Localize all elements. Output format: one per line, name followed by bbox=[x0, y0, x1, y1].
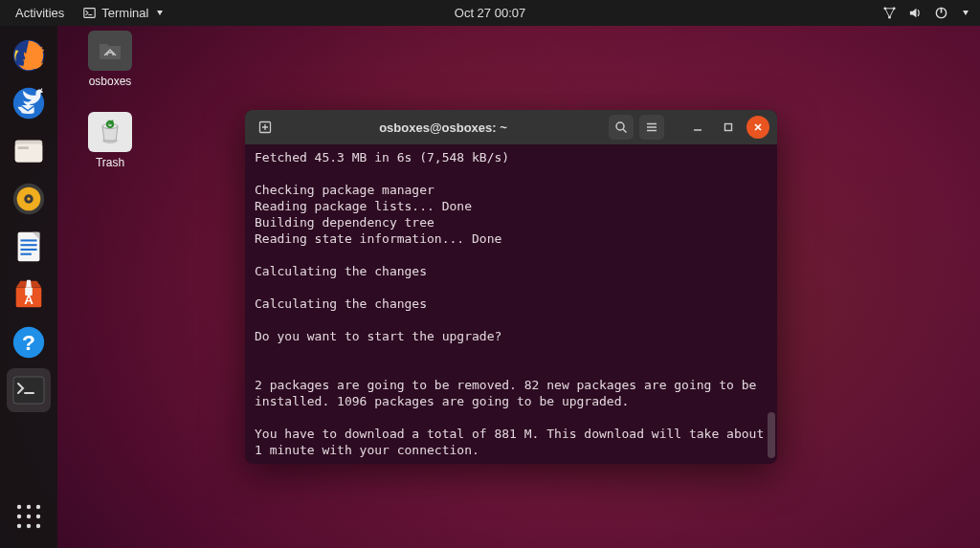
svg-text:?: ? bbox=[22, 330, 35, 355]
show-applications-button[interactable] bbox=[7, 494, 51, 538]
svg-rect-0 bbox=[84, 9, 95, 18]
desktop-icon-trash[interactable]: Trash bbox=[72, 112, 148, 169]
close-icon bbox=[752, 121, 764, 133]
svg-rect-33 bbox=[20, 249, 36, 251]
svg-point-49 bbox=[36, 524, 40, 528]
desktop-icon-home[interactable]: osboxes bbox=[72, 31, 148, 88]
terminal-icon bbox=[83, 7, 96, 19]
hamburger-menu-button[interactable] bbox=[639, 115, 664, 140]
svg-rect-40 bbox=[13, 377, 44, 404]
top-bar: Activities Terminal Oct 27 00:07 bbox=[0, 0, 980, 26]
apps-grid-icon bbox=[14, 502, 43, 531]
activities-button[interactable]: Activities bbox=[10, 3, 70, 23]
dock-writer[interactable] bbox=[7, 225, 51, 269]
desktop-icon-label: Trash bbox=[96, 156, 124, 169]
search-button[interactable] bbox=[609, 115, 634, 140]
svg-rect-30 bbox=[18, 232, 40, 261]
hamburger-icon bbox=[645, 121, 658, 134]
maximize-button[interactable] bbox=[716, 115, 741, 140]
svg-text:A: A bbox=[24, 293, 33, 307]
terminal-titlebar[interactable]: osboxes@osboxes: ~ bbox=[245, 110, 777, 144]
dock: A ? bbox=[0, 26, 57, 548]
svg-rect-31 bbox=[20, 239, 36, 241]
svg-rect-22 bbox=[21, 105, 33, 114]
svg-point-41 bbox=[17, 505, 21, 509]
dock-firefox[interactable] bbox=[7, 33, 51, 77]
svg-point-46 bbox=[36, 515, 40, 518]
svg-point-44 bbox=[17, 515, 21, 518]
terminal-body[interactable]: Fetched 45.3 MB in 6s (7,548 kB/s) Check… bbox=[245, 144, 777, 464]
svg-point-11 bbox=[616, 122, 624, 130]
dock-terminal[interactable] bbox=[7, 368, 51, 412]
volume-icon[interactable] bbox=[908, 6, 923, 20]
network-icon[interactable] bbox=[882, 6, 897, 20]
svg-point-45 bbox=[27, 515, 31, 518]
datetime-menu[interactable]: Oct 27 00:07 bbox=[449, 3, 531, 23]
trash-icon bbox=[96, 119, 124, 145]
close-button[interactable] bbox=[746, 116, 769, 139]
dock-thunderbird[interactable] bbox=[7, 81, 51, 125]
power-icon[interactable] bbox=[934, 6, 948, 20]
dock-rhythmbox[interactable] bbox=[7, 177, 51, 221]
dock-software[interactable]: A bbox=[7, 273, 51, 317]
current-app-label: Terminal bbox=[101, 6, 148, 20]
svg-line-12 bbox=[623, 129, 627, 133]
terminal-window: osboxes@osboxes: ~ Fetched 45.3 MB in 6s… bbox=[245, 110, 777, 464]
svg-point-48 bbox=[27, 524, 31, 528]
search-icon bbox=[614, 121, 628, 134]
dock-help[interactable]: ? bbox=[7, 320, 51, 364]
desktop-icon-label: osboxes bbox=[89, 75, 132, 88]
chevron-down-icon bbox=[157, 11, 163, 15]
svg-rect-32 bbox=[20, 244, 36, 246]
system-chevron-icon bbox=[963, 11, 969, 15]
svg-point-42 bbox=[27, 505, 31, 509]
svg-rect-34 bbox=[20, 253, 31, 255]
dock-files[interactable] bbox=[7, 129, 51, 173]
new-tab-button[interactable] bbox=[253, 115, 278, 140]
svg-point-43 bbox=[36, 505, 40, 509]
home-folder-icon bbox=[99, 40, 122, 61]
svg-point-47 bbox=[17, 524, 21, 528]
svg-rect-17 bbox=[725, 124, 732, 131]
minimize-button[interactable] bbox=[685, 115, 710, 140]
desktop[interactable]: osboxes Trash osboxes@osboxes: ~ Fetched… bbox=[0, 26, 980, 548]
current-app-menu[interactable]: Terminal bbox=[78, 3, 168, 23]
svg-rect-25 bbox=[18, 146, 29, 149]
terminal-title: osboxes@osboxes: ~ bbox=[283, 121, 603, 135]
svg-point-29 bbox=[27, 197, 30, 200]
terminal-scrollbar[interactable] bbox=[768, 412, 775, 458]
